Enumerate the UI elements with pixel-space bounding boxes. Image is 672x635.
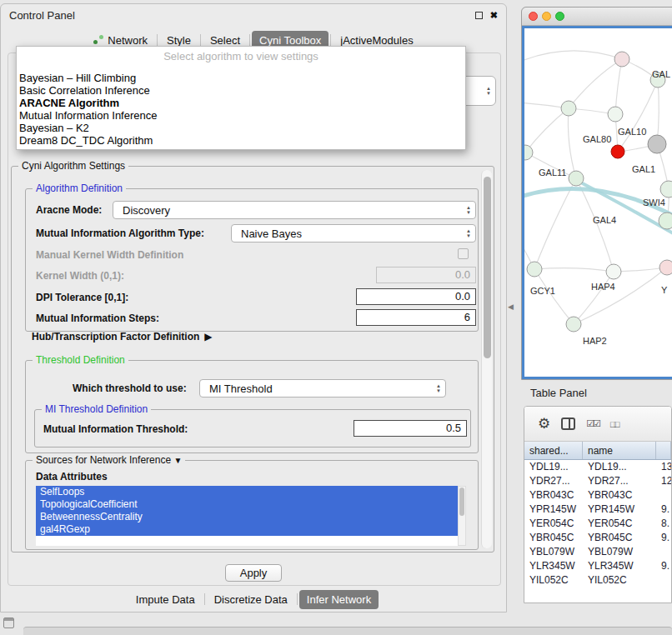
mi-threshold-label: Mutual Information Threshold: <box>43 423 188 435</box>
settings-scrollbar[interactable] <box>481 170 492 548</box>
network-node[interactable] <box>524 145 533 160</box>
algorithm-option[interactable]: Dream8 DC_TDC Algorithm <box>17 134 465 147</box>
network-node[interactable] <box>606 264 621 279</box>
network-node[interactable] <box>527 262 542 277</box>
network-edge[interactable] <box>615 59 622 114</box>
table-body: YDL19...YDL19...13YDR27...YDR27...12YBR0… <box>524 460 671 602</box>
mi-type-label: Mutual Information Algorithm Type: <box>36 228 204 239</box>
algorithm-option[interactable]: Basic Correlation Inference <box>17 84 465 97</box>
hub-definition-toggle[interactable]: Hub/Transcription Factor Definition ▶ <box>32 331 213 342</box>
network-edge[interactable] <box>534 269 574 324</box>
panel-collapse-arrow[interactable]: ◀ <box>508 302 514 311</box>
list-scrollbar[interactable] <box>458 486 466 546</box>
tab-label: Select <box>210 34 240 47</box>
table-row[interactable]: YLR345WYLR345W9. <box>524 559 671 573</box>
table-cell: YIL052C <box>524 573 583 588</box>
network-node[interactable] <box>660 181 672 198</box>
tab-separator <box>200 34 201 46</box>
column-header[interactable]: name <box>583 442 656 459</box>
network-edge[interactable] <box>614 268 667 272</box>
table-cell: YPR145W <box>583 502 656 517</box>
collapse-arrow-icon: ▼ <box>173 456 182 465</box>
algorithm-option[interactable]: ARACNE Algorithm <box>17 97 465 109</box>
network-node[interactable] <box>614 52 629 67</box>
stepper-icon: ▲▼ <box>466 228 471 238</box>
network-edge[interactable] <box>568 108 576 178</box>
minimized-panel-icon[interactable] <box>3 618 14 628</box>
network-node[interactable] <box>569 171 584 186</box>
network-edge[interactable] <box>525 108 569 152</box>
network-edge[interactable] <box>569 59 622 108</box>
table-row[interactable]: YIL052CYIL052C <box>524 573 671 588</box>
which-threshold-select[interactable]: MI Threshold ▲▼ <box>199 379 446 398</box>
bottom-tab-impute-data[interactable]: Impute Data <box>128 590 203 609</box>
network-node[interactable] <box>659 212 672 229</box>
table-cell: 12 <box>656 474 671 488</box>
network-tab-icon <box>93 35 103 45</box>
data-attributes-label: Data Attributes <box>36 471 108 482</box>
table-row[interactable]: YBR043CYBR043C <box>524 488 671 502</box>
network-node[interactable] <box>561 101 576 116</box>
attribute-item[interactable]: TopologicalCoefficient <box>36 498 458 511</box>
aracne-mode-select[interactable]: Discovery ▲▼ <box>113 201 476 219</box>
table-cell: YPR145W <box>524 502 583 517</box>
table-cell: 9. <box>656 531 671 545</box>
close-traffic-light-icon[interactable] <box>529 12 538 21</box>
network-node[interactable] <box>608 107 623 122</box>
gear-icon[interactable]: ⚙ <box>538 417 550 431</box>
table-row[interactable]: YER054CYER054C8. <box>524 517 671 531</box>
column-header[interactable] <box>656 442 671 459</box>
table-row[interactable]: YBL079WYBL079W <box>524 545 671 559</box>
zoom-traffic-light-icon[interactable] <box>555 12 564 21</box>
network-edge[interactable] <box>534 268 614 272</box>
select-all-icon[interactable]: ☑☑ <box>586 418 599 429</box>
network-edge[interactable] <box>574 272 614 324</box>
bottom-tab-infer-network[interactable]: Infer Network <box>299 590 379 609</box>
deselect-all-icon[interactable]: □□ <box>610 419 618 429</box>
network-edge[interactable] <box>657 80 659 144</box>
manual-kernel-checkbox[interactable] <box>458 248 469 259</box>
tab-label: Style <box>167 34 191 47</box>
network-canvas[interactable]: GAL80GAL10GAL11GAL1SWI4GAL4GCY1HAP4HAP2G… <box>522 26 672 379</box>
attribute-item[interactable]: SelfLoops <box>36 486 458 498</box>
table-panel-window: ⚙ ☑☑ □□ shared...name YDL19...YDL19...13… <box>524 406 672 603</box>
bottom-tab-discretize-data[interactable]: Discretize Data <box>207 590 295 609</box>
settings-scrollbar-thumb[interactable] <box>484 177 491 358</box>
columns-icon[interactable] <box>561 418 575 430</box>
attribute-item[interactable]: gal4RGexp <box>36 523 458 536</box>
node-label: SWI4 <box>643 198 665 208</box>
manual-kernel-label: Manual Kernel Width Definition <box>36 249 183 261</box>
column-header[interactable]: shared... <box>524 442 583 459</box>
close-window-icon[interactable]: ✖ <box>490 11 498 20</box>
attribute-item[interactable]: BetweennessCentrality <box>36 511 458 523</box>
algorithm-option[interactable]: Bayesian – Hill Climbing <box>17 72 465 84</box>
network-node[interactable] <box>566 317 581 332</box>
mi-threshold-input[interactable]: 0.5 <box>354 420 467 437</box>
which-threshold-label: Which threshold to use: <box>73 382 187 394</box>
hub-definition-label: Hub/Transcription Factor Definition <box>32 331 199 342</box>
network-node[interactable] <box>611 145 624 158</box>
mi-steps-input[interactable]: 6 <box>356 309 476 326</box>
network-node[interactable] <box>659 260 672 275</box>
mi-type-select[interactable]: Naive Bayes ▲▼ <box>231 224 476 242</box>
network-edge[interactable] <box>524 51 622 62</box>
network-node[interactable] <box>648 135 666 153</box>
list-scrollbar-thumb[interactable] <box>459 488 464 516</box>
apply-button[interactable]: Apply <box>225 564 282 582</box>
table-cell: YBR043C <box>524 488 583 502</box>
table-row[interactable]: YPR145WYPR145W9. <box>524 502 671 517</box>
dpi-tolerance-input[interactable]: 0.0 <box>356 288 476 305</box>
network-edge[interactable] <box>574 268 667 324</box>
minimize-traffic-light-icon[interactable] <box>542 12 551 21</box>
table-row[interactable]: YDR27...YDR27...12 <box>524 474 671 488</box>
kernel-width-input[interactable]: 0.0 <box>376 267 476 283</box>
sources-group-toggle[interactable]: Sources for Network Inference ▼ <box>33 454 185 466</box>
network-view-window: GAL80GAL10GAL11GAL1SWI4GAL4GCY1HAP4HAP2G… <box>521 7 672 380</box>
table-row[interactable]: YBR045CYBR045C9. <box>524 531 671 545</box>
algorithm-option[interactable]: Bayesian – K2 <box>17 122 465 134</box>
algorithm-option[interactable]: Mutual Information Inference <box>17 109 465 122</box>
float-window-icon[interactable] <box>475 12 483 19</box>
table-cell: 9. <box>656 502 671 517</box>
table-row[interactable]: YDL19...YDL19...13 <box>524 460 671 474</box>
node-label: GCY1 <box>530 286 555 296</box>
